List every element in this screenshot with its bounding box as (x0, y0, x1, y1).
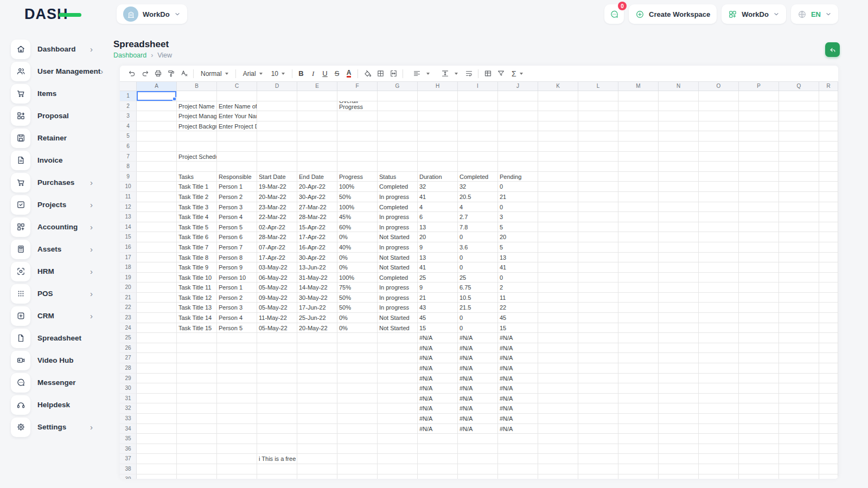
grid-cell-L37[interactable] (578, 454, 618, 464)
grid-cell-F4[interactable] (337, 121, 378, 132)
grid-cell-O14[interactable] (699, 222, 739, 233)
grid-cell-N35[interactable] (659, 434, 699, 444)
grid-cell-R2[interactable] (819, 101, 838, 112)
grid-cell-L4[interactable] (578, 121, 618, 132)
grid-cell-O29[interactable] (699, 374, 739, 384)
grid-cell-H16[interactable]: 9 (418, 242, 458, 253)
grid-cell-G30[interactable] (378, 383, 418, 394)
grid-cell-K13[interactable] (538, 212, 578, 222)
grid-cell-J14[interactable]: 5 (498, 222, 538, 233)
grid-cell-I9[interactable]: Completed (458, 172, 498, 182)
grid-cell-D12[interactable]: 23-Mar-22 (257, 202, 297, 213)
grid-cell-E10[interactable]: 20-Apr-22 (297, 182, 337, 192)
grid-cell-B14[interactable]: Task Title 5 (177, 222, 217, 233)
grid-cell-Q32[interactable] (779, 403, 819, 414)
grid-cell-M2[interactable] (618, 101, 659, 112)
column-header-F[interactable]: F (337, 82, 378, 91)
grid-cell-R4[interactable] (819, 121, 838, 132)
grid-cell-P6[interactable] (739, 142, 779, 152)
grid-cell-L18[interactable] (578, 262, 618, 273)
grid-cell-A15[interactable] (137, 232, 177, 242)
grid-cell-D2[interactable] (257, 101, 297, 112)
grid-cell-O10[interactable] (699, 182, 739, 192)
grid-cell-F23[interactable]: 0% (337, 313, 378, 323)
column-header-K[interactable]: K (538, 82, 578, 91)
grid-cell-I18[interactable]: 0 (458, 262, 498, 273)
grid-cell-G11[interactable]: In progress (378, 192, 418, 202)
column-header-J[interactable]: J (498, 82, 538, 91)
grid-cell-D9[interactable]: Start Date (257, 172, 297, 182)
grid-cell-Q17[interactable] (779, 253, 819, 263)
grid-cell-C10[interactable]: Person 1 (217, 182, 257, 192)
row-header-8[interactable]: 8 (120, 162, 137, 172)
grid-cell-F1[interactable] (337, 91, 378, 101)
grid-cell-M29[interactable] (618, 374, 659, 384)
grid-cell-O26[interactable] (699, 343, 739, 354)
grid-cell-D34[interactable] (257, 424, 297, 434)
grid-cell-I39[interactable] (458, 474, 498, 479)
grid-cell-E35[interactable] (297, 434, 337, 444)
grid-cell-P31[interactable] (739, 394, 779, 404)
sidebar-item-user-management[interactable]: User Management› (11, 60, 111, 82)
grid-cell-O2[interactable] (699, 101, 739, 112)
grid-cell-G4[interactable] (378, 121, 418, 132)
grid-cell-J8[interactable] (498, 162, 538, 172)
grid-cell-F36[interactable] (337, 444, 378, 454)
grid-cell-M12[interactable] (618, 202, 659, 213)
grid-cell-F9[interactable]: Progress (337, 172, 378, 182)
row-header-29[interactable]: 29 (120, 374, 137, 384)
grid-cell-J30[interactable]: #N/A (498, 383, 538, 394)
grid-cell-M32[interactable] (618, 403, 659, 414)
grid-cell-C7[interactable] (217, 152, 257, 162)
grid-cell-C23[interactable]: Person 4 (217, 313, 257, 323)
grid-cell-L35[interactable] (578, 434, 618, 444)
grid-cell-K17[interactable] (538, 253, 578, 263)
grid-cell-Q29[interactable] (779, 374, 819, 384)
grid-cell-R25[interactable] (819, 333, 838, 343)
grid-cell-I19[interactable]: 25 (458, 273, 498, 283)
grid-cell-B29[interactable] (177, 374, 217, 384)
grid-cell-J38[interactable] (498, 464, 538, 474)
grid-select-all[interactable] (120, 82, 137, 91)
row-header-17[interactable]: 17 (120, 253, 137, 263)
grid-cell-N15[interactable] (659, 232, 699, 242)
grid-cell-D38[interactable] (257, 464, 297, 474)
grid-cell-N16[interactable] (659, 242, 699, 253)
grid-cell-R12[interactable] (819, 202, 838, 213)
grid-cell-E19[interactable]: 31-May-22 (297, 273, 337, 283)
row-header-24[interactable]: 24 (120, 323, 137, 333)
grid-cell-A36[interactable] (137, 444, 177, 454)
grid-cell-P23[interactable] (739, 313, 779, 323)
grid-cell-Q5[interactable] (779, 131, 819, 142)
grid-cell-F35[interactable] (337, 434, 378, 444)
grid-cell-A28[interactable] (137, 363, 177, 374)
column-header-O[interactable]: O (699, 82, 739, 91)
grid-cell-D11[interactable]: 20-Mar-22 (257, 192, 297, 202)
grid-cell-F30[interactable] (337, 383, 378, 394)
redo-icon[interactable] (138, 68, 151, 80)
grid-cell-J32[interactable]: #N/A (498, 403, 538, 414)
grid-cell-F16[interactable]: 40% (337, 242, 378, 253)
grid-cell-G17[interactable]: Not Started (378, 253, 418, 263)
grid-cell-K10[interactable] (538, 182, 578, 192)
grid-cell-E21[interactable]: 30-May-22 (297, 293, 337, 303)
grid-cell-E9[interactable]: End Date (297, 172, 337, 182)
sidebar-item-projects[interactable]: Projects› (11, 194, 111, 216)
format-dropdown[interactable]: Normal (196, 68, 233, 80)
grid-cell-H5[interactable] (418, 131, 458, 142)
row-header-7[interactable]: 7 (120, 152, 137, 162)
grid-cell-M22[interactable] (618, 303, 659, 313)
grid-cell-F38[interactable] (337, 464, 378, 474)
grid-cell-R1[interactable] (819, 91, 838, 101)
grid-cell-B6[interactable] (177, 142, 217, 152)
grid-cell-O8[interactable] (699, 162, 739, 172)
grid-cell-I10[interactable]: 32 (458, 182, 498, 192)
grid-cell-N9[interactable] (659, 172, 699, 182)
grid-cell-O13[interactable] (699, 212, 739, 222)
grid-cell-J34[interactable]: #N/A (498, 424, 538, 434)
grid-cell-O1[interactable] (699, 91, 739, 101)
grid-cell-B9[interactable]: Tasks (177, 172, 217, 182)
grid-cell-J16[interactable]: 5 (498, 242, 538, 253)
grid-cell-N32[interactable] (659, 403, 699, 414)
grid-cell-C9[interactable]: Responsible (217, 172, 257, 182)
